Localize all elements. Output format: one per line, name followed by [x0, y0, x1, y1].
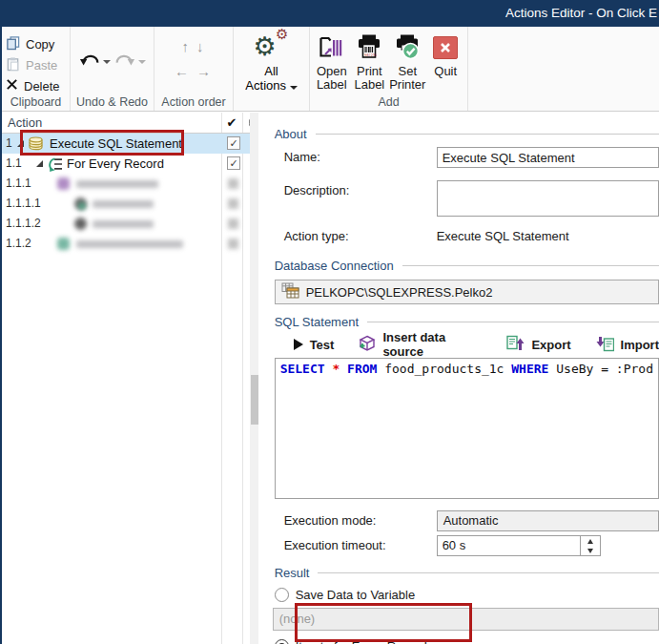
tree-row-redacted[interactable]: 1.1.1.1: [2, 194, 250, 214]
group-label-action-order: Action order: [154, 95, 233, 109]
main-area: Action ✔ 1: [2, 113, 659, 644]
window-title: Actions Editor - On Click E: [505, 0, 657, 27]
section-about: About: [275, 127, 659, 141]
description-label: Description:: [284, 180, 437, 217]
spin-up-icon: [587, 539, 593, 544]
save-data-label: Save Data to Variable: [296, 588, 416, 602]
redacted-label: [93, 200, 154, 208]
group-label-undo-redo: Undo & Redo: [71, 95, 154, 109]
import-button[interactable]: Import: [596, 335, 659, 355]
all-actions-button[interactable]: ⚙ ⚙ All Actions: [234, 31, 309, 93]
enabled-checkbox[interactable]: ✓: [227, 136, 240, 150]
execution-timeout-stepper[interactable]: 60 s: [437, 535, 601, 556]
all-actions-caret-icon: [290, 86, 298, 90]
scrollbar-thumb[interactable]: [251, 375, 258, 425]
actions-editor-window: Actions Editor - On Click E Copy Paste D…: [0, 0, 659, 644]
redacted-icon: [57, 238, 70, 250]
group-label-add: Add: [310, 95, 467, 109]
database-connection-button[interactable]: PELKOPC\SQLEXPRESS.Pelko2: [275, 280, 659, 304]
redo-button[interactable]: [114, 52, 146, 72]
redacted-checkbox[interactable]: [228, 198, 238, 209]
redacted-checkbox[interactable]: [228, 239, 238, 249]
name-input[interactable]: [437, 147, 659, 168]
properties-panel: About Name: Description: Action type: Ex…: [258, 113, 659, 644]
enabled-checkbox[interactable]: ✓: [227, 156, 240, 170]
name-label: Name:: [284, 147, 437, 168]
export-button[interactable]: Export: [506, 335, 570, 355]
action-tree: Action ✔ 1: [2, 113, 250, 644]
ribbon-group-all-actions: ⚙ ⚙ All Actions: [234, 27, 310, 111]
redacted-icon: [74, 218, 87, 230]
section-sql-statement: SQL Statement: [275, 315, 659, 329]
save-data-radio[interactable]: [275, 588, 289, 602]
ribbon-group-action-order: ↑ ↓ ← → Action order: [154, 27, 234, 111]
redacted-label: [93, 220, 154, 228]
export-icon: [506, 335, 525, 355]
database-connection-value: PELKOPC\SQLEXPRESS.Pelko2: [306, 285, 493, 300]
tree-column-action: Action: [8, 115, 42, 130]
action-type-value: Execute SQL Statement: [437, 226, 569, 247]
play-icon: [294, 339, 303, 350]
quit-icon: [427, 32, 463, 63]
iterate-radio[interactable]: [275, 639, 289, 644]
table-icon: [281, 282, 299, 301]
redacted-icon: [57, 177, 70, 190]
execution-mode-select[interactable]: Automatic: [437, 510, 659, 531]
redacted-label: [76, 240, 183, 248]
test-button[interactable]: Test: [294, 338, 335, 352]
ribbon-group-clipboard: Copy Paste Delete Clipboard: [2, 27, 71, 111]
redacted-checkbox[interactable]: [228, 218, 238, 229]
svg-text:987231: 987231: [365, 53, 378, 57]
expander-icon[interactable]: [36, 160, 43, 167]
move-right-button[interactable]: →: [196, 63, 213, 79]
title-bar: Actions Editor - On Click E: [2, 0, 659, 27]
tree-row-redacted[interactable]: 1.1.2: [2, 234, 250, 254]
delete-icon: [6, 78, 18, 93]
open-label-button[interactable]: Open Label: [314, 27, 350, 92]
paste-icon: [6, 56, 20, 74]
spin-down-button[interactable]: [581, 546, 600, 555]
annotation-box-iterate: [295, 603, 472, 642]
redacted-icon: [78, 202, 86, 210]
redo-icon: [114, 52, 135, 72]
execution-timeout-value: 60 s: [438, 536, 580, 555]
description-input[interactable]: [437, 180, 659, 217]
undo-button[interactable]: [79, 52, 111, 72]
ribbon-group-undo-redo: Undo & Redo: [71, 27, 154, 111]
redacted-label: [76, 180, 158, 188]
section-database-connection: Database Connection: [275, 259, 659, 273]
vertical-scrollbar[interactable]: [250, 113, 258, 644]
insert-data-source-button[interactable]: Insert data source: [359, 330, 482, 359]
sql-statement-editor[interactable]: SELECT * FROM food_products_1c WHERE Use…: [275, 358, 659, 499]
insert-data-source-icon: [359, 335, 376, 355]
section-result: Result: [275, 566, 659, 580]
set-printer-button[interactable]: Set Printer: [389, 27, 425, 92]
move-up-button[interactable]: ↑: [181, 38, 191, 54]
move-left-button[interactable]: ←: [175, 63, 191, 79]
action-type-label: Action type:: [284, 226, 437, 247]
execution-timeout-label: Execution timeout:: [284, 535, 437, 556]
spin-up-button[interactable]: [581, 536, 600, 546]
move-down-button[interactable]: ↓: [196, 38, 206, 54]
ribbon-group-add: Open Label: [310, 27, 468, 111]
check-icon: ✔: [224, 115, 239, 130]
annotation-box-execute-sql: [20, 130, 184, 156]
redacted-checkbox[interactable]: [228, 178, 238, 189]
redo-caret-icon: [138, 60, 146, 64]
paste-button[interactable]: Paste: [2, 54, 70, 75]
tree-row-redacted[interactable]: 1.1.1: [2, 174, 250, 194]
delete-button[interactable]: Delete: [2, 75, 70, 96]
copy-icon: [6, 35, 20, 53]
for-every-record-icon: [47, 157, 64, 175]
gears-icon: ⚙ ⚙: [254, 31, 290, 64]
copy-button[interactable]: Copy: [2, 33, 70, 54]
quit-button[interactable]: Quit: [427, 27, 463, 92]
set-printer-icon: [389, 32, 425, 63]
print-label-button[interactable]: 987231 Print Label: [352, 27, 388, 92]
tree-row-for-every-record[interactable]: 1.1 For Every Record ✓: [2, 154, 250, 174]
undo-icon: [79, 52, 100, 72]
spin-down-icon: [587, 549, 593, 553]
import-icon: [596, 335, 614, 355]
group-label-clipboard: Clipboard: [2, 95, 70, 109]
tree-row-redacted[interactable]: 1.1.1.2: [2, 214, 250, 234]
